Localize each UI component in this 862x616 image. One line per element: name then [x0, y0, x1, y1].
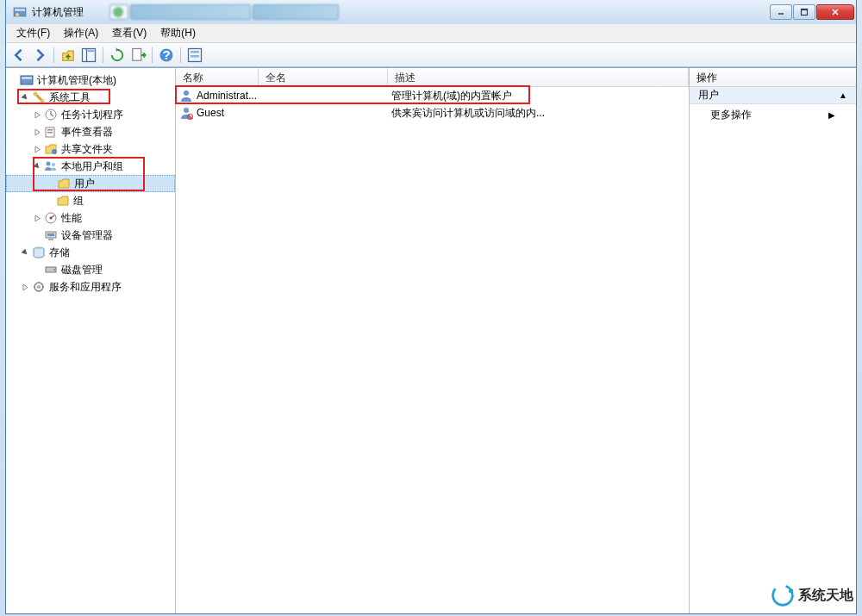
- tree-label: 本地用户和组: [61, 159, 123, 174]
- event-icon: [44, 125, 58, 139]
- svg-point-19: [34, 92, 38, 96]
- minimize-button[interactable]: [770, 4, 792, 20]
- disk-icon: [44, 263, 58, 277]
- tree-label: 磁盘管理: [61, 263, 103, 277]
- svg-rect-18: [22, 77, 32, 79]
- tree-label: 存储: [49, 246, 70, 260]
- tree-users[interactable]: 用户: [6, 175, 175, 192]
- show-hide-tree-button[interactable]: [79, 46, 98, 65]
- expand-icon[interactable]: [20, 282, 30, 292]
- svg-rect-10: [88, 49, 95, 52]
- svg-rect-11: [133, 48, 141, 60]
- collapse-icon[interactable]: [20, 92, 30, 103]
- cell-description: 供来宾访问计算机或访问域的内...: [388, 106, 689, 121]
- collapse-icon[interactable]: [20, 247, 30, 258]
- actions-section-users[interactable]: 用户 ▲: [690, 87, 856, 104]
- tree-system-tools[interactable]: 系统工具: [6, 89, 175, 106]
- users-groups-icon: [44, 159, 58, 173]
- tree-label: 服务和应用程序: [49, 280, 122, 295]
- help-button[interactable]: ?: [157, 46, 176, 65]
- tree-performance[interactable]: 性能: [6, 209, 175, 227]
- svg-point-42: [789, 588, 793, 593]
- menu-action[interactable]: 操作(A): [57, 24, 105, 42]
- shared-folder-icon: [44, 142, 58, 156]
- menu-view[interactable]: 查看(V): [105, 24, 153, 42]
- tree-device-manager[interactable]: 设备管理器: [6, 227, 175, 244]
- tree-label: 性能: [61, 211, 82, 226]
- tree-disk-management[interactable]: 磁盘管理: [6, 261, 175, 278]
- tools-icon: [32, 90, 46, 104]
- svg-point-2: [16, 13, 19, 16]
- cell-description: 管理计算机(域)的内置帐户: [388, 89, 689, 103]
- expand-icon[interactable]: [32, 109, 42, 120]
- app-window: 计算机管理 文件(F) 操作(A) 查看(V) 帮助(H) ?: [5, 0, 857, 614]
- maximize-button[interactable]: [793, 4, 815, 20]
- window-controls: [769, 4, 854, 20]
- col-description[interactable]: 描述: [388, 68, 689, 86]
- svg-text:?: ?: [162, 47, 170, 62]
- performance-icon: [44, 211, 58, 225]
- tree-label: 任务计划程序: [61, 108, 123, 122]
- window-title: 计算机管理: [32, 5, 84, 20]
- expand-icon[interactable]: [32, 127, 42, 137]
- list-row-administrator[interactable]: Administrat... 管理计算机(域)的内置帐户: [176, 87, 689, 104]
- tree-shared-folders[interactable]: 共享文件夹: [6, 140, 175, 158]
- tree-event-viewer[interactable]: 事件查看器: [6, 123, 175, 140]
- menu-help[interactable]: 帮助(H): [153, 24, 203, 42]
- tree-services-apps[interactable]: 服务和应用程序: [6, 278, 175, 296]
- tree-label: 计算机管理(本地): [37, 73, 116, 88]
- menu-file[interactable]: 文件(F): [9, 24, 57, 42]
- list-header: 名称 全名 描述: [176, 68, 689, 87]
- actions-header: 操作: [690, 68, 856, 87]
- svg-rect-15: [191, 51, 199, 53]
- svg-rect-24: [47, 132, 53, 134]
- content-area: 计算机管理(本地) 系统工具 任务计划程序 事件查看器 共享文件夹: [6, 67, 856, 613]
- svg-point-25: [52, 149, 57, 154]
- tree-panel: 计算机管理(本地) 系统工具 任务计划程序 事件查看器 共享文件夹: [6, 68, 176, 613]
- svg-point-38: [184, 90, 189, 96]
- watermark: 系统天地: [771, 583, 853, 607]
- nav-forward-button[interactable]: [30, 46, 49, 65]
- tree-label: 系统工具: [49, 90, 91, 105]
- tree-root[interactable]: 计算机管理(本地): [6, 72, 175, 89]
- collapse-icon[interactable]: [32, 161, 42, 171]
- actions-more[interactable]: 更多操作 ▶: [690, 104, 856, 126]
- svg-rect-23: [47, 129, 53, 131]
- submenu-arrow-icon: ▶: [828, 110, 835, 120]
- expand-icon[interactable]: [32, 213, 42, 223]
- tree-local-users-groups[interactable]: 本地用户和组: [6, 158, 175, 175]
- taskbar-peek-blur: [109, 4, 339, 20]
- tree-label: 组: [73, 194, 84, 208]
- properties-button[interactable]: [185, 46, 204, 65]
- cell-name: Administrat...: [197, 90, 257, 102]
- storage-icon: [32, 246, 46, 259]
- services-icon: [32, 280, 46, 294]
- refresh-button[interactable]: [108, 46, 127, 65]
- close-button[interactable]: [816, 4, 854, 20]
- list-row-guest[interactable]: Guest 供来宾访问计算机或访问域的内...: [176, 104, 689, 121]
- list-body: Administrat... 管理计算机(域)的内置帐户 Guest 供来宾访问…: [176, 87, 689, 613]
- folder-icon: [57, 177, 71, 190]
- col-fullname[interactable]: 全名: [259, 68, 388, 86]
- expand-icon[interactable]: [8, 75, 18, 85]
- tree-label: 用户: [74, 177, 95, 191]
- titlebar: 计算机管理: [6, 0, 856, 24]
- tree-label: 共享文件夹: [61, 142, 113, 157]
- watermark-text: 系统天地: [798, 587, 853, 605]
- svg-point-37: [37, 285, 41, 289]
- tree-task-scheduler[interactable]: 任务计划程序: [6, 106, 175, 123]
- export-button[interactable]: [128, 46, 147, 65]
- nav-back-button[interactable]: [9, 46, 28, 65]
- cell-name: Guest: [197, 107, 224, 119]
- svg-rect-31: [48, 239, 53, 240]
- toolbar: ?: [6, 43, 856, 67]
- user-icon: [179, 89, 193, 103]
- up-level-button[interactable]: [59, 46, 78, 65]
- folder-icon: [56, 194, 70, 208]
- tree-groups[interactable]: 组: [6, 192, 175, 209]
- tree-storage[interactable]: 存储: [6, 244, 175, 261]
- expand-icon[interactable]: [32, 144, 42, 154]
- actions-panel: 操作 用户 ▲ 更多操作 ▶: [690, 68, 856, 613]
- col-name[interactable]: 名称: [176, 68, 259, 86]
- clock-icon: [44, 108, 58, 121]
